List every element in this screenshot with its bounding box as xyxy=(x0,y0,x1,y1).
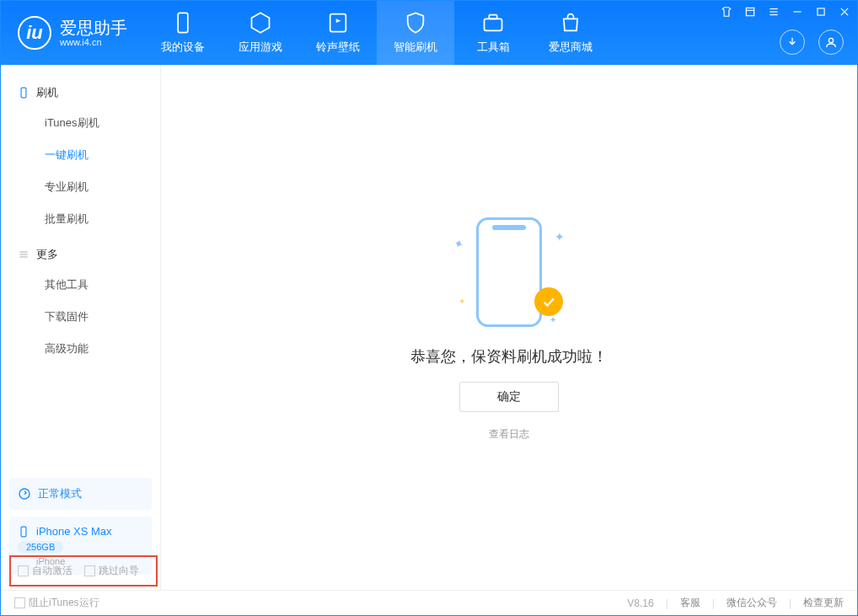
header-actions xyxy=(780,29,844,55)
statusbar-right: V8.16 | 客服 | 微信公众号 | 检查更新 xyxy=(627,596,844,610)
options-highlight-box: 自动激活 跳过向导 xyxy=(9,555,158,587)
checkbox-icon xyxy=(18,565,29,576)
nav-ringtones[interactable]: 铃声壁纸 xyxy=(299,1,377,65)
result-panel: ✦ ✦ ✦ ✦ 恭喜您，保资料刷机成功啦！ 确定 查看日志 xyxy=(410,213,608,442)
sidebar-item-download[interactable]: 下载固件 xyxy=(1,301,160,333)
version-label: V8.16 xyxy=(627,597,653,609)
svg-rect-10 xyxy=(818,8,824,15)
top-nav: 我的设备 应用游戏 铃声壁纸 智能刷机 工具箱 爱思商城 xyxy=(144,1,609,65)
list-icon[interactable] xyxy=(768,6,780,18)
download-button[interactable] xyxy=(780,29,805,55)
window-controls xyxy=(721,6,850,18)
logo-text: 爱思助手 www.i4.cn xyxy=(60,19,127,47)
support-link[interactable]: 客服 xyxy=(680,596,700,610)
checkbox-label: 阻止iTunes运行 xyxy=(29,596,99,610)
bag-icon xyxy=(559,11,582,35)
checkbox-label: 自动激活 xyxy=(32,564,72,578)
list-icon xyxy=(18,249,29,260)
phone-icon xyxy=(18,526,29,538)
nav-apps[interactable]: 应用游戏 xyxy=(222,1,299,65)
cube-icon xyxy=(249,11,272,35)
section-title: 更多 xyxy=(36,247,58,262)
sidebar-section-flash: 刷机 xyxy=(1,73,160,107)
svg-rect-2 xyxy=(485,19,502,30)
wechat-link[interactable]: 微信公众号 xyxy=(727,596,777,610)
sparkle-icon: ✦ xyxy=(550,315,556,324)
nav-label: 我的设备 xyxy=(161,40,205,55)
section-title: 刷机 xyxy=(36,85,58,100)
mode-label: 正常模式 xyxy=(38,486,82,501)
app-subtitle: www.i4.cn xyxy=(60,37,127,47)
music-icon xyxy=(326,11,350,35)
checkbox-label: 跳过向导 xyxy=(99,564,139,578)
nav-label: 爱思商城 xyxy=(549,40,593,55)
checkbox-icon xyxy=(84,565,95,576)
auto-activate-checkbox[interactable]: 自动激活 xyxy=(18,564,72,578)
device-icon xyxy=(171,11,195,35)
svg-rect-3 xyxy=(489,15,496,19)
main-content: ✦ ✦ ✦ ✦ 恭喜您，保资料刷机成功啦！ 确定 查看日志 xyxy=(161,65,857,590)
phone-icon xyxy=(18,87,29,99)
titlebar: iu 爱思助手 www.i4.cn 我的设备 应用游戏 铃声壁纸 智能刷机 xyxy=(1,1,857,65)
logo-area: iu 爱思助手 www.i4.cn xyxy=(1,16,144,50)
svg-rect-0 xyxy=(178,13,188,32)
svg-rect-14 xyxy=(21,88,26,98)
close-icon[interactable] xyxy=(839,6,850,18)
success-message: 恭喜您，保资料刷机成功啦！ xyxy=(410,346,608,367)
check-icon xyxy=(534,287,563,316)
nav-label: 工具箱 xyxy=(477,40,510,55)
nav-label: 应用游戏 xyxy=(239,40,282,55)
block-itunes-checkbox[interactable]: 阻止iTunes运行 xyxy=(14,596,99,610)
body: 刷机 iTunes刷机 一键刷机 专业刷机 批量刷机 更多 其他工具 下载固件 … xyxy=(1,65,857,590)
statusbar: 阻止iTunes运行 V8.16 | 客服 | 微信公众号 | 检查更新 xyxy=(1,590,857,615)
sidebar-item-itunes[interactable]: iTunes刷机 xyxy=(1,107,160,139)
success-illustration: ✦ ✦ ✦ ✦ xyxy=(450,213,568,331)
maximize-icon[interactable] xyxy=(815,6,827,18)
logo-icon: iu xyxy=(18,16,51,50)
minimize-icon[interactable] xyxy=(791,6,803,18)
svg-point-13 xyxy=(829,38,833,42)
sparkle-icon: ✦ xyxy=(458,297,465,306)
svg-rect-1 xyxy=(330,14,346,32)
sidebar-section-more: 更多 xyxy=(1,235,160,269)
skip-guide-checkbox[interactable]: 跳过向导 xyxy=(84,564,139,578)
device-name: iPhone XS Max xyxy=(36,525,112,538)
sidebar-item-other[interactable]: 其他工具 xyxy=(1,269,160,301)
storage-badge: 256GB xyxy=(18,541,63,553)
sidebar-item-oneclick[interactable]: 一键刷机 xyxy=(1,139,160,171)
sparkle-icon: ✦ xyxy=(452,235,466,251)
svg-rect-4 xyxy=(746,8,753,15)
nav-toolbox[interactable]: 工具箱 xyxy=(454,1,532,65)
user-button[interactable] xyxy=(818,29,844,55)
sparkle-icon: ✦ xyxy=(555,230,565,244)
checkbox-icon xyxy=(14,597,25,608)
mode-row[interactable]: 正常模式 xyxy=(9,478,152,510)
nav-my-device[interactable]: 我的设备 xyxy=(144,1,222,65)
app-window: iu 爱思助手 www.i4.cn 我的设备 应用游戏 铃声壁纸 智能刷机 xyxy=(0,0,858,616)
menu-icon[interactable] xyxy=(744,6,756,18)
nav-label: 铃声壁纸 xyxy=(316,40,360,55)
app-title: 爱思助手 xyxy=(60,19,127,37)
ok-button[interactable]: 确定 xyxy=(459,382,559,412)
refresh-icon xyxy=(18,487,31,501)
sidebar: 刷机 iTunes刷机 一键刷机 专业刷机 批量刷机 更多 其他工具 下载固件 … xyxy=(1,65,161,590)
view-log-link[interactable]: 查看日志 xyxy=(489,427,529,442)
sidebar-item-pro[interactable]: 专业刷机 xyxy=(1,171,160,203)
update-link[interactable]: 检查更新 xyxy=(803,596,844,610)
svg-rect-19 xyxy=(21,527,26,537)
nav-store[interactable]: 爱思商城 xyxy=(532,1,609,65)
phone-icon xyxy=(476,217,542,327)
nav-flash[interactable]: 智能刷机 xyxy=(377,1,454,65)
skin-icon[interactable] xyxy=(721,6,732,18)
sidebar-item-advanced[interactable]: 高级功能 xyxy=(1,333,160,365)
sidebar-scroll: 刷机 iTunes刷机 一键刷机 专业刷机 批量刷机 更多 其他工具 下载固件 … xyxy=(1,65,160,478)
shield-icon xyxy=(404,11,427,35)
toolbox-icon xyxy=(481,11,505,35)
sidebar-item-batch[interactable]: 批量刷机 xyxy=(1,203,160,235)
nav-label: 智能刷机 xyxy=(394,40,437,55)
